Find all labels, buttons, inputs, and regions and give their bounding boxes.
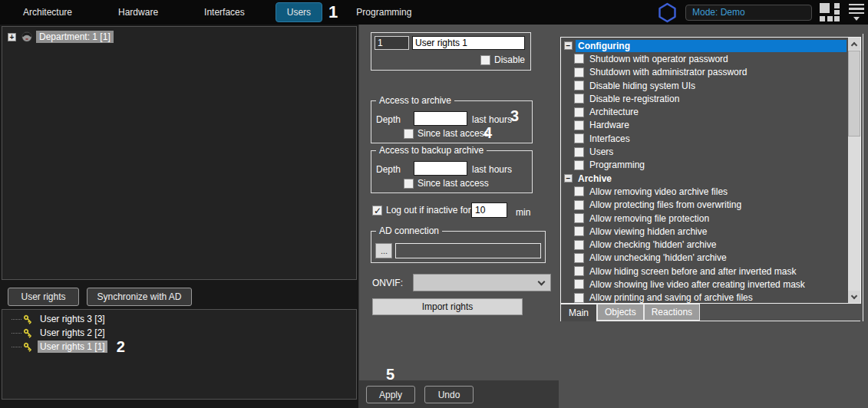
checkbox[interactable] — [574, 160, 584, 170]
rights-item-row[interactable]: Disable re-registration — [561, 92, 860, 105]
rights-id-field[interactable] — [375, 36, 409, 50]
checkbox[interactable] — [574, 54, 584, 64]
mode-field[interactable] — [685, 5, 812, 21]
rights-item-label[interactable]: Allow showing live video after creating … — [589, 279, 805, 290]
since-last-access-checkbox[interactable] — [404, 129, 414, 139]
expand-icon[interactable] — [8, 33, 16, 41]
scroll-up-icon[interactable] — [848, 38, 860, 50]
list-item[interactable]: User rights 1 [1] 2 — [2, 340, 356, 354]
ad-connection-field[interactable] — [395, 243, 541, 258]
rights-item-label[interactable]: Shutdown with administrator password — [589, 67, 747, 77]
user-rights-item-label[interactable]: User rights 3 [3] — [38, 313, 107, 325]
rights-item-row[interactable]: Disable hiding system UIs — [561, 79, 860, 92]
tab-hardware[interactable]: Hardware — [111, 2, 166, 22]
tab-main[interactable]: Main — [560, 304, 597, 321]
rights-item-row[interactable]: Programming — [561, 159, 860, 172]
archive-depth-field[interactable] — [414, 111, 467, 126]
rights-item-label[interactable]: Allow hiding screen before and after inv… — [589, 266, 796, 277]
rights-item-label[interactable]: Users — [589, 146, 613, 157]
checkbox[interactable] — [574, 120, 584, 130]
checkbox[interactable] — [574, 226, 584, 236]
checkbox[interactable] — [574, 107, 584, 117]
undo-button[interactable]: Undo — [424, 386, 474, 403]
rights-group-row[interactable]: Archive — [561, 172, 860, 185]
rights-item-row[interactable]: Architecture — [561, 105, 860, 118]
onvif-dropdown[interactable] — [413, 274, 551, 291]
rights-name-field[interactable] — [412, 36, 525, 50]
rights-item-label[interactable]: Hardware — [589, 120, 629, 130]
rights-item-row[interactable]: Shutdown with administrator password — [561, 66, 860, 79]
tab-interfaces[interactable]: Interfaces — [196, 2, 252, 22]
rights-item-label[interactable]: Allow removing video archive files — [589, 186, 728, 197]
logout-inactive-checkbox[interactable] — [372, 206, 382, 216]
rights-item-label[interactable]: Allow protecting files from overwriting — [589, 199, 741, 210]
checkbox[interactable] — [574, 213, 584, 223]
checkbox[interactable] — [574, 266, 584, 276]
import-rights-button[interactable]: Import rights — [372, 298, 523, 315]
tab-users[interactable]: Users — [276, 2, 322, 22]
tab-objects[interactable]: Objects — [597, 304, 644, 321]
disable-checkbox[interactable] — [480, 55, 490, 65]
tab-programming[interactable]: Programming — [348, 2, 419, 22]
rights-item-row[interactable]: Shutdown with operator password — [561, 52, 860, 65]
rights-group-row[interactable]: Configuring — [561, 39, 860, 52]
rights-item-row[interactable]: Allow viewing hidden archive — [561, 225, 860, 238]
apply-button[interactable]: Apply — [366, 386, 415, 403]
rights-item-row[interactable]: Allow removing file protection — [561, 212, 860, 225]
rights-group-archive[interactable]: Archive — [576, 173, 847, 185]
user-rights-item-label[interactable]: User rights 2 [2] — [38, 327, 107, 339]
checkbox[interactable] — [574, 186, 584, 196]
scrollbar-thumb[interactable] — [848, 51, 860, 137]
tab-reactions[interactable]: Reactions — [644, 304, 700, 321]
hamburger-menu-icon[interactable] — [848, 3, 865, 21]
since-last-access-checkbox[interactable] — [404, 179, 414, 189]
scroll-down-icon[interactable] — [848, 291, 860, 303]
collapse-icon[interactable] — [564, 41, 573, 50]
rights-item-label[interactable]: Allow checking 'hidden' archive — [589, 239, 716, 250]
checkbox[interactable] — [574, 253, 584, 263]
layout-grid-icon[interactable] — [820, 3, 840, 21]
rights-item-label[interactable]: Allow viewing hidden archive — [589, 226, 707, 237]
tree-row-department[interactable]: Department: 1 [1] — [8, 31, 356, 43]
list-item[interactable]: User rights 2 [2] — [2, 326, 356, 340]
checkbox[interactable] — [574, 147, 584, 157]
rights-item-row[interactable]: Allow protecting files from overwriting — [561, 199, 860, 212]
rights-item-label[interactable]: Shutdown with operator password — [589, 54, 728, 64]
rights-item-row[interactable]: Users — [561, 145, 860, 158]
checkbox[interactable] — [574, 81, 584, 90]
checkbox[interactable] — [574, 133, 584, 143]
tab-architecture[interactable]: Architecture — [15, 2, 80, 22]
rights-group-configuring[interactable]: Configuring — [576, 40, 847, 52]
rights-item-label[interactable]: Architecture — [589, 107, 639, 117]
checkbox[interactable] — [574, 67, 584, 77]
logout-minutes-field[interactable] — [471, 202, 507, 218]
ad-browse-button[interactable]: ... — [375, 243, 392, 258]
rights-item-row[interactable]: Interfaces — [561, 132, 860, 145]
rights-item-row[interactable]: Allow unchecking 'hidden' archive — [561, 252, 860, 265]
list-item[interactable]: User rights 3 [3] — [2, 312, 356, 326]
rights-item-row[interactable]: Allow checking 'hidden' archive — [561, 238, 860, 251]
backup-depth-field[interactable] — [414, 161, 467, 176]
rights-item-label[interactable]: Interfaces — [589, 133, 630, 144]
checkbox[interactable] — [574, 240, 584, 250]
checkbox[interactable] — [574, 94, 584, 104]
synchronize-with-ad-button[interactable]: Synchronize with AD — [87, 288, 192, 306]
rights-item-label[interactable]: Allow unchecking 'hidden' archive — [589, 252, 727, 263]
rights-item-label[interactable]: Disable hiding system UIs — [589, 81, 695, 91]
rights-item-label[interactable]: Disable re-registration — [589, 94, 679, 104]
rights-item-label[interactable]: Allow printing and saving of archive fil… — [589, 292, 753, 303]
rights-item-row[interactable]: Allow showing live video after creating … — [561, 278, 860, 291]
user-rights-button[interactable]: User rights — [8, 288, 79, 306]
rights-item-row[interactable]: Allow printing and saving of archive fil… — [561, 291, 860, 304]
scrollbar[interactable] — [848, 38, 860, 303]
rights-item-label[interactable]: Programming — [589, 160, 645, 170]
checkbox[interactable] — [574, 293, 584, 303]
user-rights-item-label[interactable]: User rights 1 [1] — [38, 341, 107, 353]
checkbox[interactable] — [574, 279, 584, 289]
tree-node-department[interactable]: Department: 1 [1] — [36, 31, 114, 43]
rights-item-row[interactable]: Allow removing video archive files — [561, 185, 860, 198]
checkbox[interactable] — [574, 200, 584, 210]
collapse-icon[interactable] — [564, 174, 573, 183]
rights-item-row[interactable]: Allow hiding screen before and after inv… — [561, 265, 860, 278]
rights-item-label[interactable]: Allow removing file protection — [589, 213, 709, 224]
